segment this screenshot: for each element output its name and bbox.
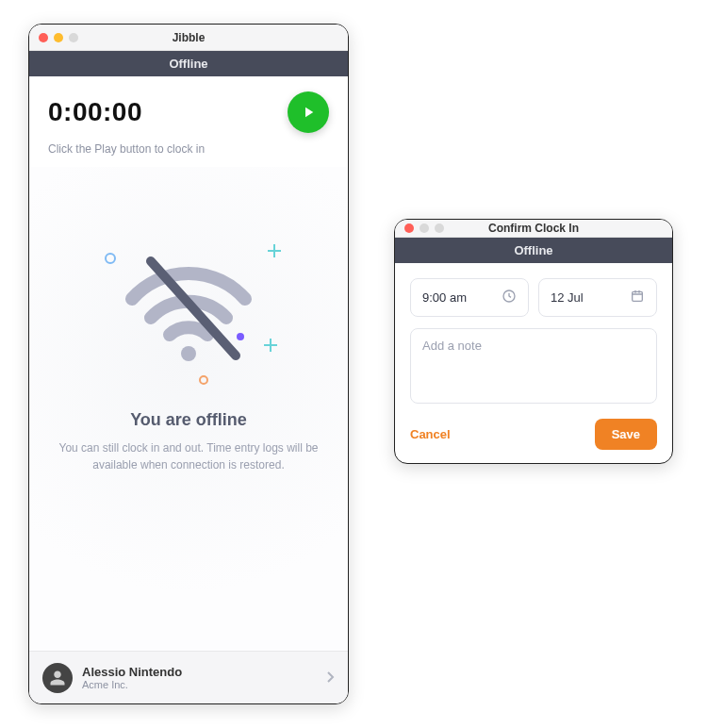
main-window: Jibble Offline 0:00:00 Click the Play bu… — [28, 24, 349, 704]
avatar — [42, 663, 73, 693]
user-info: Alessio Nintendo Acme Inc. — [82, 665, 318, 690]
offline-banner: Offline — [29, 51, 348, 76]
offline-title: You are offline — [130, 410, 247, 430]
timer-display: 0:00:00 — [48, 97, 142, 127]
time-value: 9:00 am — [422, 290, 467, 305]
date-value: 12 Jul — [551, 290, 584, 305]
form-body: 9:00 am 12 Jul — [395, 263, 672, 419]
clockin-hint: Click the Play button to clock in — [29, 137, 348, 167]
svg-point-2 — [106, 254, 115, 263]
save-button[interactable]: Save — [595, 419, 657, 450]
svg-point-3 — [237, 333, 244, 340]
play-button[interactable] — [288, 91, 329, 133]
company-name: Acme Inc. — [82, 679, 318, 690]
user-footer[interactable]: Alessio Nintendo Acme Inc. — [29, 651, 348, 703]
note-input[interactable] — [410, 328, 657, 404]
offline-empty-state: You are offline You can still clock in a… — [29, 167, 348, 651]
titlebar: Confirm Clock In — [395, 220, 672, 238]
user-name: Alessio Nintendo — [82, 665, 318, 679]
timer-row: 0:00:00 — [29, 76, 348, 137]
offline-banner: Offline — [395, 238, 672, 263]
action-row: Cancel Save — [395, 419, 672, 463]
play-icon — [300, 104, 317, 121]
svg-point-4 — [200, 376, 207, 384]
confirm-clockin-window: Confirm Clock In Offline 9:00 am 12 Jul … — [394, 219, 673, 464]
offline-subtitle: You can still clock in and out. Time ent… — [52, 439, 325, 473]
svg-point-0 — [181, 346, 196, 361]
window-title: Confirm Clock In — [395, 222, 672, 235]
clock-icon — [502, 289, 517, 306]
cancel-button[interactable]: Cancel — [410, 427, 451, 441]
svg-rect-6 — [633, 291, 643, 301]
chevron-right-icon — [327, 670, 335, 687]
window-title: Jibble — [29, 31, 348, 44]
time-field[interactable]: 9:00 am — [410, 278, 529, 317]
date-field[interactable]: 12 Jul — [538, 278, 657, 317]
calendar-icon — [630, 289, 645, 306]
wifi-off-illustration — [104, 214, 273, 384]
titlebar: Jibble — [29, 25, 348, 51]
